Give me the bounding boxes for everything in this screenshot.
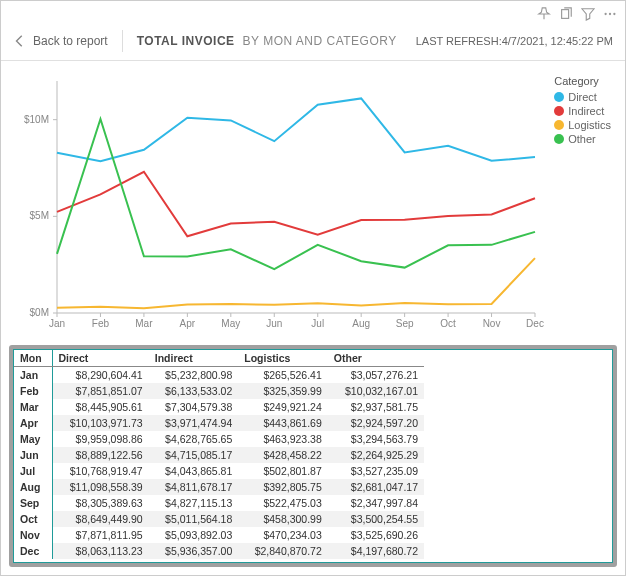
cell-value: $5,093,892.03 [149,527,239,543]
chart-area: Category DirectIndirectLogisticsOther $0… [1,61,625,339]
svg-point-3 [613,13,615,15]
cell-value: $249,921.24 [238,399,328,415]
chevron-left-icon [13,34,27,48]
row-label: Sep [14,495,52,511]
svg-text:Jun: Jun [266,318,282,329]
legend-item-logistics[interactable]: Logistics [554,119,611,131]
series-other[interactable] [57,119,535,269]
tab-by-mon-category[interactable]: BY MON AND CATEGORY [243,34,397,48]
cell-value: $392,805.75 [238,479,328,495]
legend-swatch [554,92,564,102]
svg-text:Oct: Oct [440,318,456,329]
table-row[interactable]: Nov$7,871,811.95$5,093,892.03$470,234.03… [14,527,424,543]
cell-value: $4,628,765.65 [149,431,239,447]
legend-item-direct[interactable]: Direct [554,91,611,103]
cell-value: $4,197,680.72 [328,543,424,559]
row-label: Nov [14,527,52,543]
cell-value: $428,458.22 [238,447,328,463]
cell-value: $522,475.03 [238,495,328,511]
more-icon[interactable] [603,7,617,21]
row-label: Feb [14,383,52,399]
col-header[interactable]: Other [328,350,424,367]
back-to-report-button[interactable]: Back to report [13,34,108,48]
table-row[interactable]: Aug$11,098,558.39$4,811,678.17$392,805.7… [14,479,424,495]
table-row[interactable]: Feb$7,851,851.07$6,133,533.02$325,359.99… [14,383,424,399]
table-row[interactable]: Jan$8,290,604.41$5,232,800.98$265,526.41… [14,367,424,384]
card-toolbar [1,1,625,25]
col-header[interactable]: Logistics [238,350,328,367]
svg-text:Sep: Sep [396,318,414,329]
cell-value: $265,526.41 [238,367,328,384]
row-label: Jun [14,447,52,463]
col-header[interactable]: Direct [52,350,149,367]
svg-rect-0 [562,10,569,19]
cell-value: $458,300.99 [238,511,328,527]
cell-value: $3,527,235.09 [328,463,424,479]
table-row[interactable]: Dec$8,063,113.23$5,936,357.00$2,840,870.… [14,543,424,559]
pin-icon[interactable] [537,7,551,21]
table-row[interactable]: Jun$8,889,122.56$4,715,085.17$428,458.22… [14,447,424,463]
legend-item-indirect[interactable]: Indirect [554,105,611,117]
cell-value: $2,347,997.84 [328,495,424,511]
table-row[interactable]: Mar$8,445,905.61$7,304,579.38$249,921.24… [14,399,424,415]
cell-value: $463,923.38 [238,431,328,447]
legend-item-other[interactable]: Other [554,133,611,145]
data-table[interactable]: MonDirectIndirectLogisticsOther Jan$8,29… [14,350,424,559]
row-label: Apr [14,415,52,431]
cell-value: $4,811,678.17 [149,479,239,495]
series-logistics[interactable] [57,258,535,308]
cell-value: $3,971,474.94 [149,415,239,431]
cell-value: $5,232,800.98 [149,367,239,384]
svg-text:$0M: $0M [30,307,49,318]
row-label: Mar [14,399,52,415]
cell-value: $7,304,579.38 [149,399,239,415]
cell-value: $8,063,113.23 [52,543,149,559]
legend-swatch [554,134,564,144]
series-direct[interactable] [57,98,535,161]
back-label: Back to report [33,34,108,48]
svg-text:Aug: Aug [352,318,370,329]
cell-value: $8,649,449.90 [52,511,149,527]
cell-value: $9,959,098.86 [52,431,149,447]
table-row[interactable]: Jul$10,768,919.47$4,043,865.81$502,801.8… [14,463,424,479]
cell-value: $8,305,389.63 [52,495,149,511]
table-row[interactable]: Oct$8,649,449.90$5,011,564.18$458,300.99… [14,511,424,527]
row-label: Jul [14,463,52,479]
cell-value: $3,525,690.26 [328,527,424,543]
svg-text:Jan: Jan [49,318,65,329]
svg-point-1 [604,13,606,15]
svg-text:$10M: $10M [24,114,49,125]
svg-text:Jul: Jul [311,318,324,329]
cell-value: $6,133,533.02 [149,383,239,399]
cell-value: $325,359.99 [238,383,328,399]
svg-text:$5M: $5M [30,210,49,221]
legend-label: Indirect [568,105,604,117]
row-label: Aug [14,479,52,495]
cell-value: $10,103,971.73 [52,415,149,431]
line-chart[interactable]: $0M$5M$10MJanFebMarAprMayJunJulAugSepOct… [13,69,615,339]
cell-value: $8,889,122.56 [52,447,149,463]
cell-value: $5,936,357.00 [149,543,239,559]
filter-icon[interactable] [581,7,595,21]
last-refresh-label: LAST REFRESH:4/7/2021, 12:45:22 PM [416,35,613,47]
tab-total-invoice[interactable]: TOTAL INVOICE [137,34,235,48]
legend-swatch [554,120,564,130]
cell-value: $3,057,276.21 [328,367,424,384]
series-indirect[interactable] [57,172,535,236]
header: Back to report TOTAL INVOICE BY MON AND … [1,25,625,61]
table-row[interactable]: Apr$10,103,971.73$3,971,474.94$443,861.6… [14,415,424,431]
data-table-frame: MonDirectIndirectLogisticsOther Jan$8,29… [9,345,617,567]
cell-value: $8,290,604.41 [52,367,149,384]
col-header[interactable]: Indirect [149,350,239,367]
col-header[interactable]: Mon [14,350,52,367]
legend-swatch [554,106,564,116]
legend-label: Direct [568,91,597,103]
copy-icon[interactable] [559,7,573,21]
cell-value: $2,937,581.75 [328,399,424,415]
table-row[interactable]: Sep$8,305,389.63$4,827,115.13$522,475.03… [14,495,424,511]
divider [122,30,123,52]
table-row[interactable]: May$9,959,098.86$4,628,765.65$463,923.38… [14,431,424,447]
svg-text:May: May [221,318,240,329]
row-label: Jan [14,367,52,384]
row-label: Dec [14,543,52,559]
